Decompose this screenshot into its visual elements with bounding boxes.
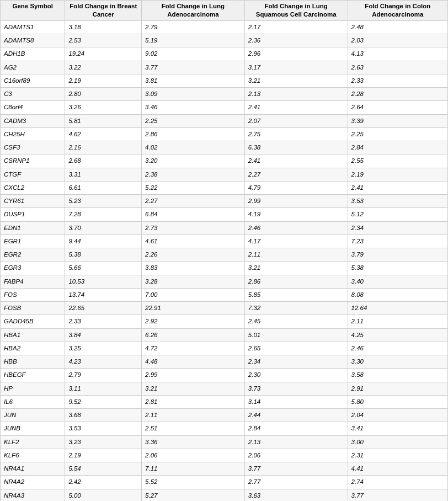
fold-change-value: 2.11 [348,315,447,328]
gene-symbol: EGR3 [1,262,65,275]
fold-change-value: 2.84 [244,422,348,435]
table-row: JUNB3.532.512.843.41 [1,422,448,435]
fold-change-value: 3.77 [142,61,245,74]
fold-change-value: 5.66 [65,262,142,275]
fold-change-value: 3.84 [65,328,142,342]
fold-change-value: 3.17 [244,61,348,74]
gene-symbol: CXCL2 [1,181,65,194]
fold-change-value: 3.58 [348,369,447,382]
fold-change-value: 3.68 [65,409,142,422]
fold-change-value: 2.86 [244,275,348,288]
fold-change-value: 2.38 [142,168,245,181]
table-row: CYR615.232.272.993.53 [1,195,448,208]
fold-change-value: 2.13 [244,88,348,101]
fold-change-value: 4.25 [348,328,447,342]
fold-change-value: 3.30 [348,355,447,369]
gene-symbol: HBEGF [1,369,65,382]
fold-change-value: 2.36 [244,34,348,47]
fold-change-value: 2.17 [244,20,348,34]
fold-change-value: 2.53 [65,34,142,47]
fold-change-value: 2.46 [244,221,348,234]
fold-change-value: 3.21 [244,262,348,275]
data-table: Gene Symbol Fold Change in Breast Cancer… [0,0,448,501]
fold-change-value: 13.74 [65,288,142,301]
fold-change-value: 3.28 [142,275,245,288]
fold-change-value: 2.34 [244,355,348,369]
gene-symbol: IL6 [1,395,65,408]
gene-symbol: EGR2 [1,248,65,262]
table-row: HP3.113.213.732.91 [1,382,448,395]
fold-change-value: 3.77 [244,462,348,476]
fold-change-value: 3.25 [65,342,142,355]
table-row: DUSP17.286.844.195.12 [1,208,448,221]
header-la: Fold Change in Lung Adenocarcinoma [142,1,245,21]
gene-symbol: NR4A1 [1,462,65,476]
gene-symbol: C16orf89 [1,74,65,87]
table-row: FABP410.533.282.863.40 [1,275,448,288]
fold-change-value: 2.63 [348,61,447,74]
fold-change-value: 4.48 [142,355,245,369]
fold-change-value: 6.84 [142,208,245,221]
fold-change-value: 3.11 [65,382,142,395]
fold-change-value: 5.22 [142,181,245,194]
fold-change-value: 7.28 [65,208,142,221]
fold-change-value: 5.23 [65,195,142,208]
gene-symbol: HBB [1,355,65,369]
fold-change-value: 12.64 [348,302,447,315]
fold-change-value: 2.33 [348,74,447,87]
table-row: HBA23.254.722.652.46 [1,342,448,355]
fold-change-value: 2.41 [244,154,348,168]
fold-change-value: 2.92 [142,315,245,328]
table-row: ADH1B19.249.022.964.13 [1,47,448,61]
fold-change-value: 3.73 [244,382,348,395]
table-row: FOS13.747.005.858.08 [1,288,448,301]
fold-change-value: 5.52 [142,476,245,489]
fold-change-value: 2.48 [348,20,447,34]
fold-change-value: 2.33 [65,315,142,328]
fold-change-value: 7.23 [348,234,447,248]
fold-change-value: 2.46 [348,342,447,355]
header-gene: Gene Symbol [1,1,65,21]
table-row: HBEGF2.792.992.303.58 [1,369,448,382]
fold-change-value: 7.00 [142,288,245,301]
gene-symbol: C3 [1,88,65,101]
fold-change-value: 2.25 [142,114,245,127]
fold-change-value: 4.17 [244,234,348,248]
fold-change-value: 3.20 [142,154,245,168]
fold-change-value: 2.03 [348,34,447,47]
gene-symbol: FOSB [1,302,65,315]
fold-change-value: 3.00 [348,435,447,449]
fold-change-value: 22.91 [142,302,245,315]
fold-change-value: 3.53 [65,422,142,435]
fold-change-value: 4.13 [348,47,447,61]
fold-change-value: 2.30 [244,369,348,382]
fold-change-value: 2.81 [142,395,245,408]
table-row: GADD45B2.332.922.452.11 [1,315,448,328]
fold-change-value: 3.46 [142,101,245,114]
gene-symbol: ADAMTS1 [1,20,65,34]
fold-change-value: 2.75 [244,127,348,141]
gene-symbol: FOS [1,288,65,301]
fold-change-value: 5.54 [65,462,142,476]
fold-change-value: 2.25 [348,127,447,141]
fold-change-value: 2.55 [348,154,447,168]
gene-symbol: GADD45B [1,315,65,328]
fold-change-value: 3.83 [142,262,245,275]
gene-symbol: NR4A3 [1,489,65,501]
table-row: EDN13.702.732.462.34 [1,221,448,234]
fold-change-value: 2.19 [65,74,142,87]
fold-change-value: 2.31 [348,449,447,462]
gene-symbol: KLF6 [1,449,65,462]
gene-symbol: CSF3 [1,141,65,154]
fold-change-value: 7.32 [244,302,348,315]
fold-change-value: 9.44 [65,234,142,248]
fold-change-value: 3.31 [65,168,142,181]
gene-symbol: EDN1 [1,221,65,234]
fold-change-value: 2.99 [142,369,245,382]
table-row: EGR25.382.262.113.79 [1,248,448,262]
fold-change-value: 19.24 [65,47,142,61]
table-row: C16orf892.193.813.212.33 [1,74,448,87]
fold-change-value: 2.68 [65,154,142,168]
gene-symbol: HBA2 [1,342,65,355]
fold-change-value: 5.81 [65,114,142,127]
